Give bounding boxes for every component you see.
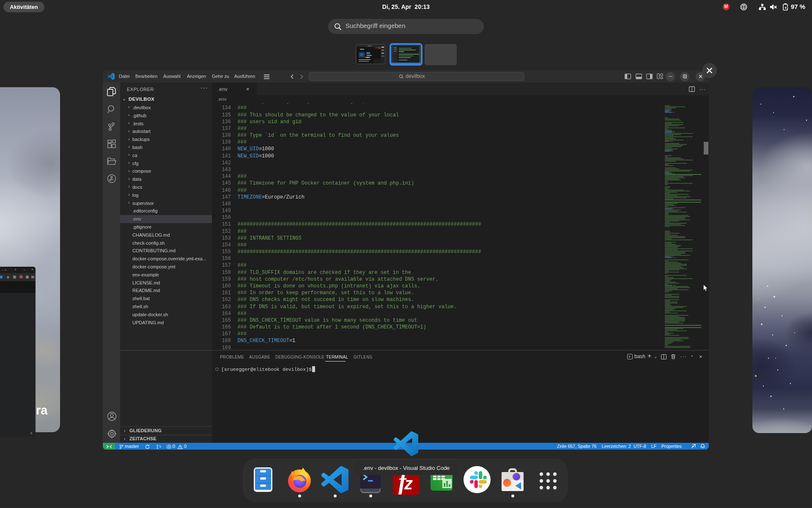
svg-text:z: z xyxy=(404,474,413,493)
